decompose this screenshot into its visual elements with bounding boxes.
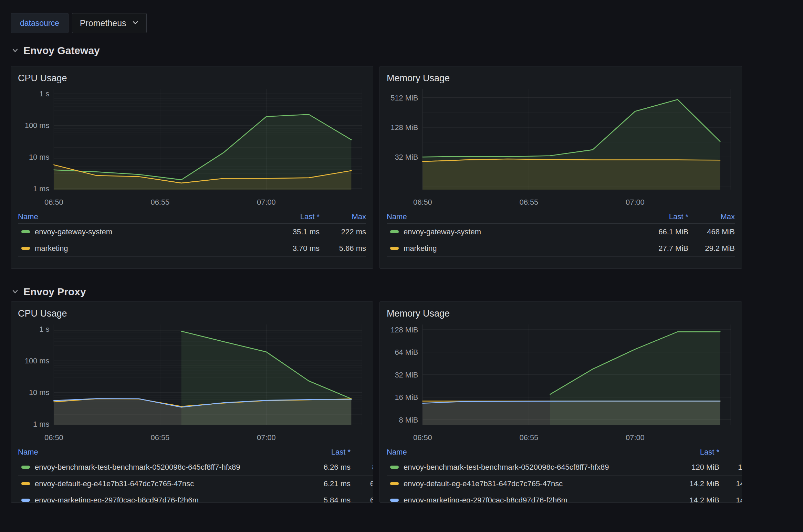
series-swatch	[390, 230, 399, 233]
legend-max-value: 860 ms	[351, 463, 373, 472]
legend-header-row: Name Last * Max	[387, 446, 742, 459]
svg-text:8 MiB: 8 MiB	[399, 416, 418, 424]
legend-max-value: 14.2 MiB	[719, 496, 742, 503]
series-name[interactable]: envoy-benchmark-test-benchmark-0520098c-…	[35, 463, 240, 472]
svg-text:06:50: 06:50	[413, 198, 432, 206]
series-name[interactable]: marketing	[35, 244, 68, 253]
legend-table: Name Last * Max envoy-benchmark-test-ben…	[18, 446, 373, 503]
legend-header-name[interactable]: Name	[18, 212, 261, 221]
svg-text:06:55: 06:55	[520, 433, 539, 442]
section-header-envoy-gateway[interactable]: Envoy Gateway	[11, 45, 100, 56]
panel-title: CPU Usage	[18, 71, 373, 86]
legend-max-value: 14.2 MiB	[719, 479, 742, 488]
series-swatch	[390, 247, 399, 250]
legend-header-name[interactable]: Name	[387, 212, 630, 221]
legend-row: envoy-gateway-system 66.1 MiB 468 MiB	[387, 224, 735, 240]
legend-row: envoy-benchmark-test-benchmark-0520098c-…	[18, 459, 373, 476]
legend-header-name[interactable]: Name	[18, 448, 292, 457]
svg-text:512 MiB: 512 MiB	[390, 94, 418, 102]
section-title: Envoy Gateway	[23, 45, 100, 56]
chevron-down-icon	[11, 45, 19, 56]
panel-gateway-cpu-usage: CPU Usage 1 s100 ms10 ms1 ms06:5006:5507…	[11, 66, 373, 269]
legend-max-value: 6.27 ms	[351, 479, 373, 488]
series-name[interactable]: envoy-default-eg-e41e7b31-647dc7c765-47n…	[35, 479, 194, 488]
legend-table: Name Last * Max envoy-gateway-system 66.…	[387, 210, 735, 257]
series-name[interactable]: envoy-marketing-eg-297f0cac-b8cd97d76-f2…	[35, 496, 199, 503]
series-name[interactable]: envoy-marketing-eg-297f0cac-b8cd97d76-f2…	[404, 496, 567, 503]
legend-header-last[interactable]: Last *	[630, 212, 688, 221]
legend-header-max[interactable]: Max	[351, 448, 373, 457]
legend-row: envoy-default-eg-e41e7b31-647dc7c765-47n…	[18, 476, 373, 492]
memory-usage-chart[interactable]: 128 MiB64 MiB32 MiB16 MiB8 MiB06:5006:55…	[387, 322, 736, 446]
cpu-usage-chart[interactable]: 1 s100 ms10 ms1 ms06:5006:5507:00	[18, 322, 367, 446]
svg-text:06:50: 06:50	[44, 198, 63, 206]
svg-text:16 MiB: 16 MiB	[395, 393, 418, 402]
legend-header-max[interactable]: Max	[688, 212, 735, 221]
legend-header-last[interactable]: Last *	[292, 448, 351, 457]
legend-header-name[interactable]: Name	[387, 448, 661, 457]
legend-max-value: 222 ms	[320, 227, 366, 236]
memory-usage-chart[interactable]: 512 MiB128 MiB32 MiB06:5006:5507:00	[387, 86, 736, 210]
legend-last-value: 35.1 ms	[261, 227, 320, 236]
svg-text:64 MiB: 64 MiB	[395, 348, 418, 357]
series-name[interactable]: envoy-default-eg-e41e7b31-647dc7c765-47n…	[404, 479, 563, 488]
panel-title: Memory Usage	[387, 307, 742, 322]
legend-max-value: 5.66 ms	[320, 244, 366, 253]
legend-row: marketing 3.70 ms 5.66 ms	[18, 240, 366, 257]
svg-text:06:50: 06:50	[413, 433, 432, 442]
legend-header-last[interactable]: Last *	[661, 448, 719, 457]
cpu-usage-chart[interactable]: 1 s100 ms10 ms1 ms06:5006:5507:00	[18, 86, 367, 210]
legend-max-value: 6.33 ms	[351, 496, 373, 503]
svg-text:06:55: 06:55	[151, 198, 170, 206]
datasource-value-text: Prometheus	[80, 18, 126, 28]
variable-toolbar: datasource Prometheus	[11, 13, 147, 33]
series-name[interactable]: marketing	[404, 244, 437, 253]
series-name[interactable]: envoy-benchmark-test-benchmark-0520098c-…	[404, 463, 609, 472]
section-header-envoy-proxy[interactable]: Envoy Proxy	[11, 286, 86, 298]
series-swatch	[21, 247, 30, 250]
svg-text:07:00: 07:00	[626, 198, 645, 206]
legend-last-value: 14.2 MiB	[661, 479, 719, 488]
legend-last-value: 14.2 MiB	[661, 496, 719, 503]
panel-gateway-memory-usage: Memory Usage 512 MiB128 MiB32 MiB06:5006…	[379, 66, 742, 269]
datasource-variable-label: datasource	[11, 13, 69, 33]
legend-last-value: 120 MiB	[661, 463, 719, 472]
series-name[interactable]: envoy-gateway-system	[404, 227, 481, 236]
legend-header-last[interactable]: Last *	[261, 212, 320, 221]
series-swatch	[21, 466, 30, 469]
svg-text:10 ms: 10 ms	[29, 388, 50, 397]
legend-last-value: 6.26 ms	[292, 463, 351, 472]
svg-text:10 ms: 10 ms	[29, 153, 50, 161]
legend-header-row: Name Last * Max	[18, 446, 373, 459]
legend-row: envoy-marketing-eg-297f0cac-b8cd97d76-f2…	[18, 492, 373, 503]
series-swatch	[390, 499, 399, 502]
panel-title: CPU Usage	[18, 307, 373, 322]
legend-row: envoy-marketing-eg-297f0cac-b8cd97d76-f2…	[387, 492, 742, 503]
svg-text:07:00: 07:00	[257, 198, 276, 206]
svg-text:1 s: 1 s	[39, 325, 49, 333]
series-swatch	[21, 499, 30, 502]
legend-max-value: 468 MiB	[688, 227, 735, 236]
legend-last-value: 27.7 MiB	[630, 244, 688, 253]
svg-text:07:00: 07:00	[626, 433, 645, 442]
legend-header-row: Name Last * Max	[387, 210, 735, 224]
datasource-dropdown[interactable]: Prometheus	[72, 13, 147, 33]
svg-text:07:00: 07:00	[257, 433, 276, 442]
legend-header-max[interactable]: Max	[719, 448, 742, 457]
legend-header-row: Name Last * Max	[18, 210, 366, 224]
legend-row: envoy-benchmark-test-benchmark-0520098c-…	[387, 459, 742, 476]
series-name[interactable]: envoy-gateway-system	[35, 227, 112, 236]
svg-text:06:50: 06:50	[44, 433, 63, 442]
legend-row: marketing 27.7 MiB 29.2 MiB	[387, 240, 735, 257]
chevron-down-icon	[11, 286, 19, 298]
legend-row: envoy-default-eg-e41e7b31-647dc7c765-47n…	[387, 476, 742, 492]
legend-last-value: 3.70 ms	[261, 244, 320, 253]
legend-header-max[interactable]: Max	[320, 212, 366, 221]
svg-text:1 s: 1 s	[39, 89, 49, 98]
legend-row: envoy-gateway-system 35.1 ms 222 ms	[18, 224, 366, 240]
svg-text:06:55: 06:55	[520, 198, 539, 206]
svg-text:100 ms: 100 ms	[25, 121, 50, 130]
chevron-down-icon	[132, 18, 139, 28]
svg-text:06:55: 06:55	[151, 433, 170, 442]
series-swatch	[21, 230, 30, 233]
